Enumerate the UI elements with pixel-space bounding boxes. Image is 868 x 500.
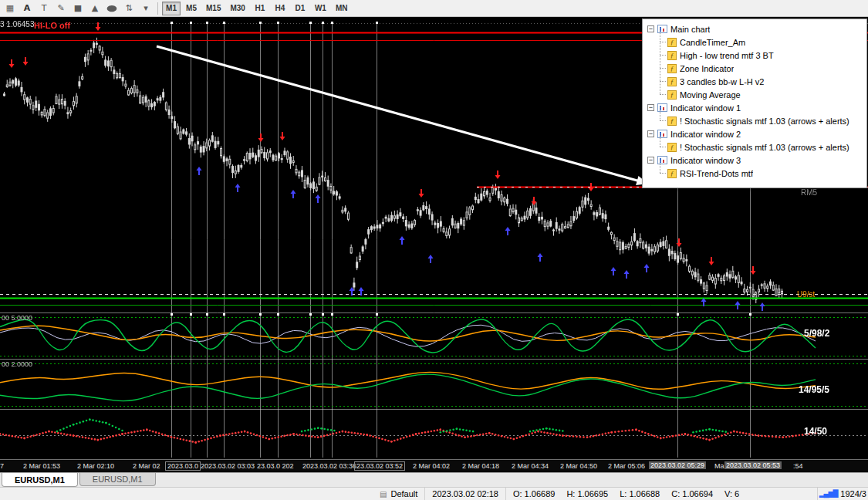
indicator-item[interactable]: ƒMoving Average [644,88,865,101]
indicator-item[interactable]: ƒHigh - low trend mtf 3 BT [644,49,865,62]
toolbar-icon-group: ▦AT✎■▲●⇅▾ [2,2,154,15]
indicator-function-icon: ƒ [667,38,677,47]
close-value: C: 1.06694 [671,489,713,498]
chart-window-icon [657,25,667,33]
ellipse-tool-icon[interactable]: ● [100,2,125,15]
timeframe-m15-button[interactable]: M15 [202,2,225,15]
tab-eurusd-m1[interactable]: EURUSD,M1 [79,473,156,486]
tree-group-label: Indicator window 1 [670,103,741,113]
indicator-function-icon: ƒ [667,143,677,152]
toolbar-separator [157,2,158,15]
time-axis-label: :54 [793,462,803,470]
indicator-function-icon: ƒ [667,117,677,126]
profile-name: Default [390,489,417,498]
indicator-item-label: ! Stochastic signals mtf 1.03 (arrows + … [680,143,849,152]
time-axis-label: 2023.03.02 03:36 [302,462,356,470]
tab-label: EURUSD,M1 [15,475,65,485]
time-axis-label: 2023.03.02 05:53 [724,461,782,469]
timeframe-m5-button[interactable]: M5 [182,2,201,15]
indicator-item[interactable]: ƒRSI-Trend-Dots mtf [644,167,865,180]
histogram-icon: ▂▄▆█ [819,490,838,498]
ticks-segment: ▂▄▆█ 1924/3 [817,488,868,500]
tree-group-label: Main chart [670,25,710,34]
draw-pencil-icon[interactable]: ✎ [52,2,69,15]
collapse-icon[interactable]: − [647,25,654,32]
indicator-function-icon: ƒ [667,51,677,60]
tab-eurusd-m1-active[interactable]: EURUSD,M1 [2,473,78,487]
timeframe-h4-button[interactable]: H4 [271,2,289,15]
time-axis-label: 2 Mar 04:02 [413,462,450,470]
volume-value: V: 6 [724,489,739,498]
tree-group-row[interactable]: −Indicator window 1 [644,101,865,114]
indicator-function-icon: ƒ [667,77,677,86]
tree-group-row[interactable]: −Indicator window 3 [644,154,865,167]
time-axis-label: 23.03.0 202 [257,462,294,470]
tree-group-label: Indicator window 3 [670,156,741,165]
text-label-icon[interactable]: A [19,2,35,15]
high-value: H: 1.06695 [566,489,608,498]
time-axis-label: 2 Mar 02 [133,462,160,470]
rectangle-tool-icon[interactable]: ■ [69,2,86,15]
time-axis-label: 2 Mar 04:34 [512,462,549,470]
tree-group-row[interactable]: −Indicator window 2 [644,127,865,140]
chart-window-icon [657,130,667,138]
timeframe-m30-button[interactable]: M30 [226,2,248,15]
timeframe-mn-button[interactable]: MN [332,2,352,15]
ohlcv-segment: O: 1.06689 H: 1.06695 L: 1.06688 C: 1.06… [505,488,754,500]
time-axis-label: 2 Mar 05:06 [608,462,645,470]
chart-tabs-bar: EURUSD,M1 EURUSD,M1 [0,472,868,487]
indicator-item[interactable]: ƒ! Stochastic signals mtf 1.03 (arrows +… [644,140,865,154]
indicator-item-label: Zone Indicator [680,64,734,73]
chart-area: 3 1.06453 HI-LO off RM5 U9/st 00 5.0000 … [0,17,868,459]
chart-grid-icon[interactable]: ▦ [2,2,19,15]
indicator-function-icon: ƒ [667,64,677,73]
indicator-item-label: RSI-Trend-Dots mtf [680,169,753,178]
bar-time: 2023.03.02 02:18 [432,489,498,498]
timeframe-h1-button[interactable]: H1 [251,2,269,15]
indicator-function-icon: ƒ [667,169,677,178]
time-axis-label: 2023.03.02 05:29 [649,461,706,469]
collapse-icon[interactable]: − [647,157,654,164]
time-axis-label: 23.03.02 03:52 [354,461,405,471]
time-axis-label: 2 Mar 04:50 [560,462,597,470]
indicator-item-label: CandleTimer_Am [680,38,745,47]
tab-label: EURUSD,M1 [93,475,143,484]
indicator-item-label: 3 candles bb-w L-H v2 [680,77,764,86]
indicator-item-label: High - low trend mtf 3 BT [680,51,774,60]
time-axis-label: 2 Mar 02:10 [77,462,114,470]
time-axis-label: 7 [0,462,4,470]
low-value: L: 1.06688 [620,489,660,498]
indicator-item[interactable]: ƒ! Stochastic signals mtf 1.03 (arrows +… [644,114,865,127]
profile-segment[interactable]: ▤ Default [373,488,424,500]
time-axis[interactable]: 72 Mar 01:532 Mar 02:102 Mar 022023.03.0… [0,459,868,472]
metatrader-window: ▦AT✎■▲●⇅▾ M1M5M15M30H1H4D1W1MN 3 1.06453… [0,0,868,500]
text-cursor-icon[interactable]: T [35,2,52,15]
timeframe-d1-button[interactable]: D1 [291,2,309,15]
chart-window-icon [657,103,667,112]
indicator-item[interactable]: ƒZone Indicator [644,62,865,75]
tree-group-row[interactable]: −Main chart [644,22,865,35]
time-segment: 2023.03.02 02:18 [424,488,505,500]
indicator-item-label: ! Stochastic signals mtf 1.03 (arrows + … [680,117,849,126]
indicator-item-label: Moving Average [680,90,741,100]
time-axis-label: Ma [714,462,724,470]
indicator-list-panel: −Main chartƒCandleTimer_AmƒHigh - low tr… [642,19,867,188]
timeframe-w1-button[interactable]: W1 [311,2,330,15]
dropdown-caret-icon[interactable]: ▾ [137,2,154,15]
indicator-item[interactable]: ƒ3 candles bb-w L-H v2 [644,75,865,88]
tick-counter: 1924/3 [840,489,866,498]
time-axis-label: 2023.03.02 03:03 [201,462,255,470]
time-axis-label: 2 Mar 04:18 [462,462,499,470]
status-bar: ▤ Default 2023.03.02 02:18 O: 1.06689 H:… [0,487,868,500]
profile-icon: ▤ [380,490,387,498]
indicator-item[interactable]: ƒCandleTimer_Am [644,35,865,49]
collapse-icon[interactable]: − [647,130,654,137]
time-axis-label: 2023.03.0 [165,461,201,471]
indicator-tree: −Main chartƒCandleTimer_AmƒHigh - low tr… [644,22,865,186]
indicator-function-icon: ƒ [667,90,677,100]
chart-window-icon [657,156,667,164]
main-toolbar: ▦AT✎■▲●⇅▾ M1M5M15M30H1H4D1W1MN [0,0,868,17]
timeframe-m1-button[interactable]: M1 [162,2,181,15]
open-value: O: 1.06689 [513,489,555,498]
collapse-icon[interactable]: − [647,104,654,111]
